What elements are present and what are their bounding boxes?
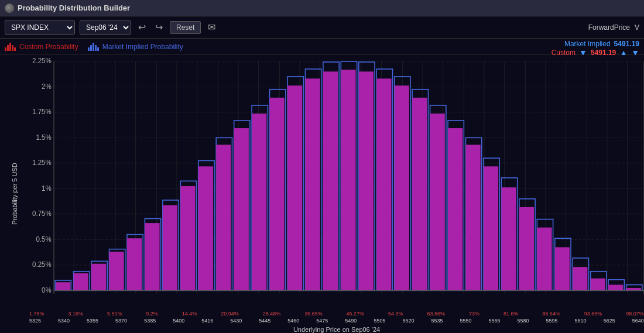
svg-rect-115 xyxy=(608,285,623,291)
price-1: 5325 xyxy=(29,318,41,324)
price-2: 5340 xyxy=(58,318,70,324)
price-17: 5565 xyxy=(489,318,501,324)
price-6: 5400 xyxy=(173,318,184,324)
svg-rect-86 xyxy=(91,264,106,291)
chart-svg: 2.25% 2% 1.75% 1.5% 1.25% 1% 0.75% 0.5% … xyxy=(29,55,644,310)
svg-rect-116 xyxy=(626,288,641,290)
pct-16: 98.07% xyxy=(626,311,644,317)
price-19: 5595 xyxy=(546,318,558,324)
svg-text:2.25%: 2.25% xyxy=(32,57,52,64)
pct-11: 63.66% xyxy=(427,311,446,317)
svg-text:1.75%: 1.75% xyxy=(32,108,52,115)
svg-rect-105 xyxy=(430,114,445,290)
v-label: V xyxy=(635,23,639,32)
undo-button[interactable]: ↩ xyxy=(136,20,148,34)
legend-custom: Custom Probability xyxy=(5,43,78,51)
price-16: 5550 xyxy=(460,318,471,324)
price-8: 5430 xyxy=(230,318,242,324)
x-axis-title: Underlying Price on Sep06 '24 xyxy=(29,325,644,333)
market-icon xyxy=(88,43,99,51)
pct-9: 45.27% xyxy=(347,311,365,317)
price-7: 5415 xyxy=(201,318,213,324)
svg-text:0.5%: 0.5% xyxy=(36,235,52,242)
svg-rect-113 xyxy=(573,267,587,290)
title-bar: Probability Distribution Builder xyxy=(0,0,644,16)
svg-rect-98 xyxy=(305,78,320,290)
custom-probability-label: Custom Probability xyxy=(19,43,78,51)
price-21: 5625 xyxy=(604,318,615,324)
svg-rect-104 xyxy=(412,98,427,291)
svg-rect-97 xyxy=(287,85,302,290)
price-11: 5475 xyxy=(316,318,328,324)
svg-rect-103 xyxy=(395,85,409,290)
svg-rect-89 xyxy=(145,223,159,290)
price-12: 5490 xyxy=(345,318,357,324)
pct-6: 20.94% xyxy=(221,311,239,317)
instrument-select[interactable]: SPX INDEX xyxy=(5,20,75,35)
pct-12: 73% xyxy=(469,311,479,317)
app-title: Probability Distribution Builder xyxy=(18,4,130,12)
chart-area: 2.25% 2% 1.75% 1.5% 1.25% 1% 0.75% 0.5% … xyxy=(29,55,644,333)
forward-price-area: ForwardPrice xyxy=(588,23,630,32)
svg-rect-112 xyxy=(555,247,570,290)
pct-15: 93.65% xyxy=(584,311,602,317)
pct-1: 1.78% xyxy=(29,311,44,317)
svg-rect-91 xyxy=(180,186,195,290)
price-4: 5370 xyxy=(115,318,127,324)
svg-text:1%: 1% xyxy=(42,184,52,191)
svg-text:2%: 2% xyxy=(42,82,52,90)
svg-rect-107 xyxy=(466,145,481,290)
custom-icon xyxy=(5,43,16,51)
forward-price-label: ForwardPrice xyxy=(588,23,630,32)
pct-7: 28.48% xyxy=(263,311,281,317)
svg-rect-102 xyxy=(376,78,391,290)
pct-13: 81.6% xyxy=(503,311,519,317)
price-20: 5610 xyxy=(575,318,587,324)
svg-rect-85 xyxy=(74,273,88,290)
svg-rect-108 xyxy=(484,166,498,290)
price-13: 5505 xyxy=(374,318,385,324)
pct-5: 14.4% xyxy=(182,311,197,317)
reset-button[interactable]: Reset xyxy=(170,21,201,34)
pct-2: 3.16% xyxy=(68,311,83,317)
legend-bar: Custom Probability Market Implied Probab… xyxy=(0,39,644,55)
svg-rect-111 xyxy=(537,228,551,291)
svg-text:0%: 0% xyxy=(42,286,52,293)
price-15: 5535 xyxy=(431,318,443,324)
price-9: 5445 xyxy=(259,318,270,324)
price-10: 5460 xyxy=(287,318,299,324)
price-5: 5385 xyxy=(144,318,156,324)
svg-rect-114 xyxy=(591,279,605,291)
expiry-select[interactable]: Sep06 '24 xyxy=(80,20,131,35)
svg-rect-92 xyxy=(198,166,213,290)
market-implied-text: Market Implied xyxy=(564,40,611,48)
price-22: 5640 xyxy=(632,318,644,324)
svg-rect-106 xyxy=(448,128,463,290)
pct-10: 54.3% xyxy=(388,311,403,317)
email-button[interactable]: ✉ xyxy=(205,20,218,34)
svg-rect-94 xyxy=(234,128,249,290)
pct-3: 5.51% xyxy=(107,311,122,317)
pct-14: 88.64% xyxy=(542,311,560,317)
x-price-row: 5325 5340 5355 5370 5385 5400 5415 5430 … xyxy=(29,318,644,325)
svg-rect-87 xyxy=(109,252,124,290)
chart-container: Probability per 5 USD 2.25% 2% xyxy=(0,55,644,333)
svg-rect-90 xyxy=(163,205,177,291)
x-percent-row: 1.78% 3.16% 5.51% 9.2% 14.4% 20.94% 28.4… xyxy=(29,311,644,318)
svg-text:0.25%: 0.25% xyxy=(32,260,52,268)
price-3: 5355 xyxy=(87,318,98,324)
pct-8: 36.65% xyxy=(304,311,323,317)
svg-text:0.75%: 0.75% xyxy=(32,210,52,217)
svg-rect-84 xyxy=(56,282,70,290)
window-icon xyxy=(5,4,14,13)
x-axis-area: 1.78% 3.16% 5.51% 9.2% 14.4% 20.94% 28.4… xyxy=(29,310,644,333)
svg-rect-88 xyxy=(127,238,142,290)
svg-rect-96 xyxy=(270,98,285,291)
svg-text:1.5%: 1.5% xyxy=(36,133,52,140)
legend-market: Market Implied Probability xyxy=(88,43,183,51)
price-18: 5580 xyxy=(518,318,529,324)
redo-button[interactable]: ↪ xyxy=(153,20,165,34)
pct-4: 9.2% xyxy=(146,311,158,317)
price-14: 5520 xyxy=(402,318,414,324)
svg-rect-100 xyxy=(341,70,355,290)
